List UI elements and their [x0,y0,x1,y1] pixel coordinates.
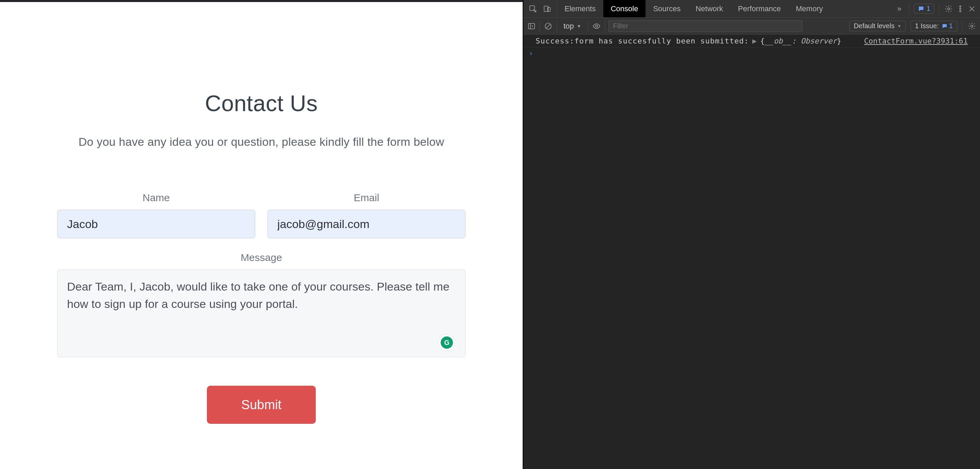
inspect-icon-group [523,0,557,17]
field-email: Email [267,192,466,238]
svg-point-9 [595,25,598,27]
log-message: Success:form has succesfully been submit… [536,37,749,45]
devtools-tabbar-right: » 1 [891,0,980,17]
svg-rect-7 [528,24,535,29]
tab-sources[interactable]: Sources [646,0,688,17]
context-selector[interactable]: top ▼ [560,22,585,30]
expand-icon[interactable]: ▶ [752,37,757,45]
device-toggle-icon[interactable] [542,4,552,14]
inspect-element-icon[interactable] [528,4,538,14]
levels-label: Default levels [854,22,894,30]
page-subtitle: Do you have any idea you or question, pl… [79,135,444,149]
field-name: Name [57,192,255,238]
devtools-tabbar: Elements Console Sources Network Perform… [523,0,980,17]
svg-point-3 [948,8,950,10]
message-count: 1 [927,5,930,13]
object-key: __ob__ [765,37,791,45]
grammarly-icon: G [441,336,453,349]
sidebar-toggle-icon[interactable] [527,21,536,31]
email-label: Email [353,192,379,204]
devtools-panel: Elements Console Sources Network Perform… [523,0,980,469]
eye-icon[interactable] [592,21,601,31]
grammarly-badge[interactable]: G [438,334,455,351]
message-textarea[interactable] [57,269,466,357]
clear-console-icon[interactable] [543,21,553,31]
object-open: { [760,37,765,45]
message-badge[interactable]: 1 [914,4,934,14]
issues-count: 1 [949,22,953,30]
chat-icon [942,23,948,29]
close-icon[interactable] [967,4,977,14]
kebab-icon[interactable] [956,4,965,14]
chat-icon [918,5,924,12]
separator [556,21,557,31]
log-object[interactable]: {__ob__: Observer} [760,37,841,45]
context-label: top [563,22,574,30]
form-row-message: Message G [57,252,466,358]
separator [939,3,939,14]
page-title: Contact Us [205,90,318,116]
textarea-wrap: G [57,269,466,358]
console-output: Success:form has succesfully been submit… [523,35,980,469]
svg-point-10 [971,25,973,27]
tab-performance[interactable]: Performance [730,0,788,17]
svg-point-4 [959,6,961,7]
name-input[interactable] [57,210,255,238]
log-source-link[interactable]: ContactForm.vue?3931:61 [864,37,968,45]
more-tabs-icon[interactable]: » [894,4,904,14]
chevron-down-icon: ▼ [577,24,582,29]
chevron-down-icon: ▼ [897,24,901,29]
tab-elements[interactable]: Elements [557,0,603,17]
filter-input[interactable] [608,21,802,32]
issues-button[interactable]: 1 Issue: 1 [911,21,957,31]
svg-point-6 [959,11,961,12]
page-pane: Contact Us Do you have any idea you or q… [0,0,523,469]
email-input[interactable] [267,210,466,238]
levels-selector[interactable]: Default levels ▼ [850,21,906,31]
separator [605,21,605,31]
svg-rect-2 [547,8,550,11]
gear-icon[interactable] [967,21,977,31]
object-sep: : [792,37,801,45]
console-log-row[interactable]: Success:form has succesfully been submit… [523,35,980,48]
tab-memory[interactable]: Memory [788,0,830,17]
object-val: Observer [801,37,837,45]
name-label: Name [143,192,170,204]
separator [909,3,909,14]
console-toolbar: top ▼ Default levels ▼ 1 Issue: 1 [523,17,980,35]
message-label: Message [240,252,282,263]
object-close: } [837,37,841,45]
toolbar-right: Default levels ▼ 1 Issue: 1 [850,21,977,31]
submit-button[interactable]: Submit [207,386,316,424]
svg-point-5 [959,8,961,10]
issues-count-badge: 1 [942,22,953,30]
console-prompt[interactable]: › [523,48,980,59]
tab-network[interactable]: Network [688,0,730,17]
issues-label: 1 Issue: [915,22,939,30]
tab-console[interactable]: Console [603,0,646,17]
devtools-tabs: Elements Console Sources Network Perform… [557,0,830,17]
gear-icon[interactable] [944,4,953,14]
contact-form: Contact Us Do you have any idea you or q… [57,90,466,424]
form-row-name-email: Name Email [57,192,466,238]
field-message: Message G [57,252,466,358]
